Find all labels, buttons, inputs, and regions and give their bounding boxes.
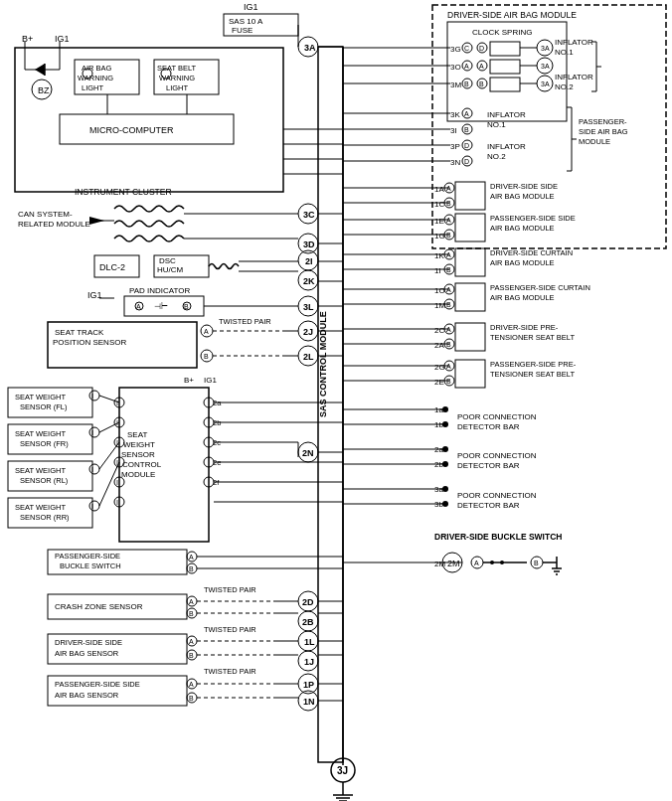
svg-text:BZ: BZ xyxy=(38,85,50,95)
svg-text:DLC-2: DLC-2 xyxy=(99,262,125,272)
svg-text:2D: 2D xyxy=(302,597,314,607)
svg-text:WEIGHT: WEIGHT xyxy=(123,440,155,449)
svg-text:SEAT WEIGHT: SEAT WEIGHT xyxy=(15,393,66,401)
diagram-container: B+ IG1 IG1 SAS 10 A FUSE 3A INSTRUMENT C… xyxy=(0,0,672,801)
svg-text:D: D xyxy=(464,142,469,149)
svg-text:B: B xyxy=(464,80,469,87)
svg-text:A: A xyxy=(189,598,194,605)
svg-text:1C: 1C xyxy=(434,200,444,209)
svg-text:B: B xyxy=(189,652,194,659)
svg-text:INFLATOR: INFLATOR xyxy=(555,73,593,81)
svg-text:HU/CM: HU/CM xyxy=(157,265,184,274)
svg-text:TWISTED PAIR: TWISTED PAIR xyxy=(219,317,271,326)
svg-text:3O: 3O xyxy=(450,63,461,72)
svg-text:B+: B+ xyxy=(184,376,194,385)
svg-text:B: B xyxy=(189,695,194,702)
svg-text:INSTRUMENT CLUSTER: INSTRUMENT CLUSTER xyxy=(75,187,172,197)
svg-text:NO.2: NO.2 xyxy=(487,152,506,161)
svg-text:3K: 3K xyxy=(450,110,460,119)
svg-point-340 xyxy=(500,561,504,564)
svg-text:CONTROL: CONTROL xyxy=(122,460,162,469)
svg-text:MICRO-COMPUTER: MICRO-COMPUTER xyxy=(89,125,174,135)
svg-text:LIGHT: LIGHT xyxy=(166,83,189,92)
svg-text:3M: 3M xyxy=(450,80,461,89)
svg-text:3P: 3P xyxy=(450,142,460,151)
svg-text:1G: 1G xyxy=(434,232,445,240)
svg-text:SEAT WEIGHT: SEAT WEIGHT xyxy=(15,466,66,475)
svg-text:A: A xyxy=(479,63,484,70)
svg-text:DETECTOR BAR: DETECTOR BAR xyxy=(457,501,520,510)
svg-text:PASSENGER-: PASSENGER- xyxy=(579,117,627,126)
svg-text:IG1: IG1 xyxy=(55,34,70,44)
svg-text:SEAT BELT: SEAT BELT xyxy=(157,64,197,73)
svg-text:PASSENGER-SIDE SIDE: PASSENGER-SIDE SIDE xyxy=(490,214,576,223)
svg-text:PAD INDICATOR: PAD INDICATOR xyxy=(129,286,191,295)
svg-text:2B: 2B xyxy=(302,617,314,627)
svg-text:I: I xyxy=(91,393,93,400)
svg-text:A: A xyxy=(189,681,194,688)
svg-text:SENSOR (RL): SENSOR (RL) xyxy=(20,476,69,485)
svg-text:3A: 3A xyxy=(304,43,316,53)
svg-text:2N: 2N xyxy=(302,448,314,458)
svg-text:SEAT WEIGHT: SEAT WEIGHT xyxy=(15,503,66,512)
svg-text:3J: 3J xyxy=(337,765,348,776)
svg-text:I: I xyxy=(91,429,93,436)
svg-text:SENSOR (FR): SENSOR (FR) xyxy=(20,439,69,448)
svg-text:SAS CONTROL MODULE: SAS CONTROL MODULE xyxy=(318,311,328,417)
svg-text:INFLATOR: INFLATOR xyxy=(487,142,526,151)
svg-text:1A: 1A xyxy=(434,185,444,194)
svg-text:2I: 2I xyxy=(305,256,313,266)
svg-text:I: I xyxy=(116,499,118,506)
svg-text:A: A xyxy=(474,560,479,566)
svg-text:MODULE: MODULE xyxy=(121,470,155,479)
svg-text:DETECTOR BAR: DETECTOR BAR xyxy=(457,422,520,431)
svg-text:B+: B+ xyxy=(22,34,33,44)
svg-text:3C: 3C xyxy=(303,210,315,220)
svg-text:A: A xyxy=(136,303,141,310)
svg-text:DSC: DSC xyxy=(159,256,176,265)
svg-text:SEAT WEIGHT: SEAT WEIGHT xyxy=(15,429,66,438)
svg-text:B: B xyxy=(189,565,194,572)
svg-text:AIR BAG MODULE: AIR BAG MODULE xyxy=(490,258,555,267)
svg-text:A: A xyxy=(464,63,469,70)
svg-text:A: A xyxy=(189,554,194,561)
svg-text:1I: 1I xyxy=(434,266,441,275)
svg-text:SENSOR: SENSOR xyxy=(121,450,155,459)
svg-text:SEAT TRACK: SEAT TRACK xyxy=(55,328,104,337)
svg-text:LIGHT: LIGHT xyxy=(82,83,104,92)
svg-text:INFLATOR: INFLATOR xyxy=(487,110,526,119)
svg-text:POOR CONNECTION: POOR CONNECTION xyxy=(457,451,537,460)
svg-text:FUSE: FUSE xyxy=(232,26,252,35)
svg-text:DETECTOR BAR: DETECTOR BAR xyxy=(457,461,520,470)
svg-text:INFLATOR: INFLATOR xyxy=(555,38,593,47)
svg-text:PASSENGER-SIDE PRE-: PASSENGER-SIDE PRE- xyxy=(490,360,577,369)
svg-text:1O: 1O xyxy=(434,286,445,295)
svg-text:2M: 2M xyxy=(434,560,445,568)
svg-text:PASSENGER-SIDE CURTAIN: PASSENGER-SIDE CURTAIN xyxy=(490,283,590,292)
svg-text:NO.1: NO.1 xyxy=(555,48,574,57)
svg-text:MODULE: MODULE xyxy=(579,137,610,146)
svg-text:B: B xyxy=(534,560,539,566)
svg-text:3D: 3D xyxy=(303,240,315,249)
svg-text:1J: 1J xyxy=(304,657,314,667)
svg-text:BUCKLE SWITCH: BUCKLE SWITCH xyxy=(60,561,121,570)
svg-text:PASSENGER-SIDE SIDE: PASSENGER-SIDE SIDE xyxy=(55,680,140,689)
svg-text:AIR BAG SENSOR: AIR BAG SENSOR xyxy=(55,649,119,658)
svg-text:NO.1: NO.1 xyxy=(487,120,506,129)
svg-text:DRIVER-SIDE PRE-: DRIVER-SIDE PRE- xyxy=(490,323,559,332)
svg-text:1K: 1K xyxy=(434,251,444,260)
svg-text:B: B xyxy=(184,303,189,310)
svg-text:TWISTED PAIR: TWISTED PAIR xyxy=(204,585,256,594)
svg-text:A: A xyxy=(204,328,209,335)
svg-text:AIR BAG MODULE: AIR BAG MODULE xyxy=(490,224,555,233)
svg-text:SIDE AIR BAG: SIDE AIR BAG xyxy=(579,127,628,136)
svg-text:TENSIONER SEAT BELT: TENSIONER SEAT BELT xyxy=(490,333,575,342)
svg-text:3I: 3I xyxy=(450,126,457,135)
svg-text:B: B xyxy=(204,353,209,360)
svg-text:C: C xyxy=(464,45,469,52)
svg-point-339 xyxy=(490,561,494,564)
svg-text:1L: 1L xyxy=(304,637,315,647)
svg-text:A: A xyxy=(464,110,469,117)
svg-text:I: I xyxy=(91,466,93,473)
svg-text:2L: 2L xyxy=(303,352,314,362)
